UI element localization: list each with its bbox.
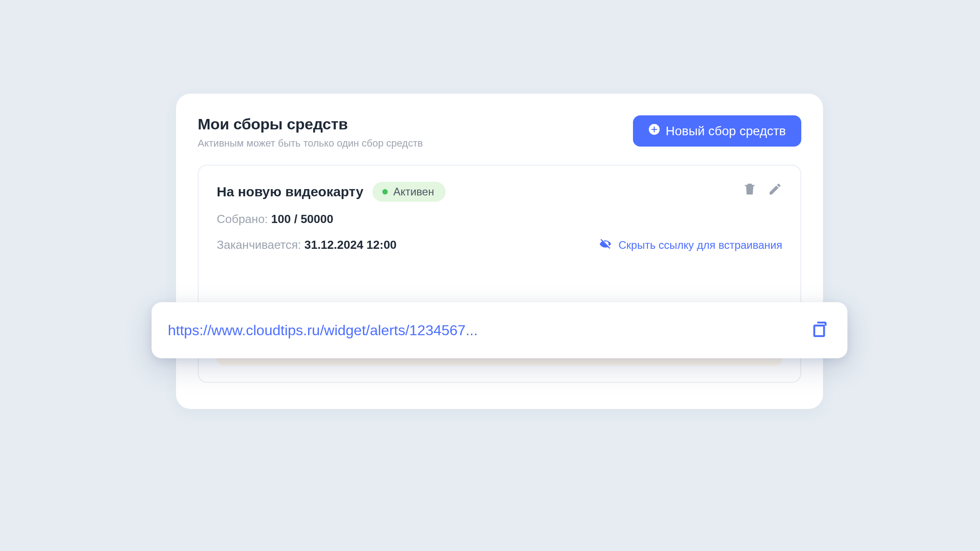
svg-rect-5 bbox=[814, 326, 824, 336]
collected-row: Собрано: 100 / 50000 bbox=[217, 212, 782, 227]
svg-rect-2 bbox=[652, 129, 657, 130]
copy-url-button[interactable] bbox=[811, 320, 829, 340]
delete-button[interactable] bbox=[742, 182, 757, 198]
fundraiser-name: На новую видеокарту bbox=[217, 184, 363, 200]
status-dot-icon bbox=[382, 189, 388, 195]
eye-off-icon bbox=[599, 237, 612, 253]
hide-embed-link-button[interactable]: Скрыть ссылку для встраивания bbox=[599, 237, 782, 253]
ends-label: Заканчивается: bbox=[217, 238, 304, 252]
collected-label: Собрано: bbox=[217, 212, 271, 226]
ends-at: Заканчивается: 31.12.2024 12:00 bbox=[217, 238, 397, 253]
hide-embed-label: Скрыть ссылку для встраивания bbox=[618, 239, 782, 252]
ends-row: Заканчивается: 31.12.2024 12:00 Скрыть с… bbox=[217, 237, 782, 253]
new-fundraiser-button[interactable]: Новый сбор средств bbox=[633, 115, 801, 147]
name-row: На новую видеокарту Активен bbox=[217, 182, 446, 202]
ends-value: 31.12.2024 12:00 bbox=[304, 238, 397, 252]
embed-url-bar: https://www.cloudtips.ru/widget/alerts/1… bbox=[152, 302, 847, 358]
fundraisers-panel: Мои сборы средств Активным может быть то… bbox=[176, 94, 823, 409]
embed-url[interactable]: https://www.cloudtips.ru/widget/alerts/1… bbox=[168, 322, 802, 339]
title-block: Мои сборы средств Активным может быть то… bbox=[198, 115, 423, 149]
copy-icon bbox=[811, 332, 829, 340]
trash-icon bbox=[742, 190, 757, 198]
page-subtitle: Активным может быть только один сбор сре… bbox=[198, 138, 423, 149]
status-badge: Активен bbox=[372, 182, 446, 202]
status-label: Активен bbox=[393, 185, 434, 198]
card-actions bbox=[742, 182, 782, 198]
edit-button[interactable] bbox=[768, 182, 782, 198]
panel-header: Мои сборы средств Активным может быть то… bbox=[198, 115, 801, 149]
page-title: Мои сборы средств bbox=[198, 115, 423, 133]
new-fundraiser-label: Новый сбор средств bbox=[666, 124, 786, 138]
pencil-icon bbox=[768, 190, 782, 198]
collected-value: 100 / 50000 bbox=[271, 212, 333, 226]
card-top-row: На новую видеокарту Активен bbox=[217, 182, 782, 202]
plus-circle-icon bbox=[648, 124, 660, 138]
